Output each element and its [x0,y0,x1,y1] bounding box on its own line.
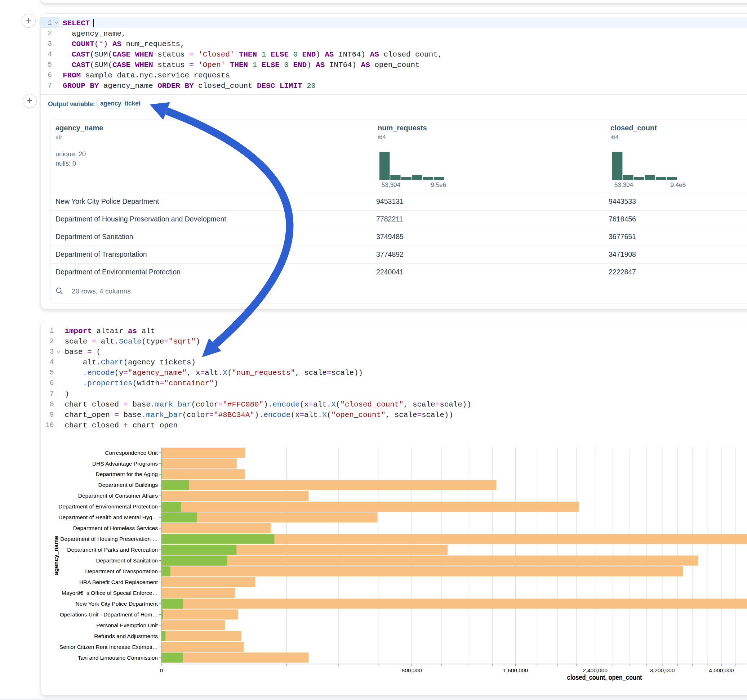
svg-text:0: 0 [160,667,163,673]
svg-text:4,000,000: 4,000,000 [709,667,734,673]
svg-text:Department of Sanitation: Department of Sanitation [96,557,157,564]
svg-text:Mayorâ€ s Office of Special E: Mayorâ€ s Office of Special Enforce… [62,590,158,596]
svg-text:1,600,000: 1,600,000 [503,667,528,673]
svg-text:Refunds and Adjustments: Refunds and Adjustments [94,633,158,639]
svg-text:Department of Transportation: Department of Transportation [85,568,158,574]
svg-text:closed_count, open_count: closed_count, open_count [567,673,642,681]
svg-text:Department of Consumer Affairs: Department of Consumer Affairs [78,493,158,499]
svg-text:agency_name: agency_name [53,536,59,575]
svg-text:Correspondence Unit: Correspondence Unit [105,450,158,456]
svg-text:Personal Exemption Unit: Personal Exemption Unit [96,622,158,628]
svg-text:2,400,000: 2,400,000 [583,667,608,673]
svg-text:Department of Health and Menta: Department of Health and Mental Hyg… [58,514,158,520]
svg-text:Taxi and Limousine Commission: Taxi and Limousine Commission [78,655,158,661]
svg-text:Senior Citizen Rent Increase E: Senior Citizen Rent Increase Exempti… [59,644,158,650]
svg-text:Department of Homeless Service: Department of Homeless Services [73,525,158,531]
svg-text:Operations Unit - Department o: Operations Unit - Department of Hom… [60,611,158,617]
svg-text:DHS Advantage Programs: DHS Advantage Programs [92,460,158,467]
svg-text:New York City Police Departmen: New York City Police Department [76,600,158,607]
svg-text:Department of Housing Preserva: Department of Housing Preservation … [60,536,158,542]
svg-text:800,000: 800,000 [402,667,422,673]
svg-text:HRA Benefit Card Replacement: HRA Benefit Card Replacement [79,579,158,585]
svg-text:3,200,000: 3,200,000 [650,667,674,673]
svg-text:Department for the Aging: Department for the Aging [96,471,158,477]
svg-text:Department of Environmental Pr: Department of Environmental Protection [58,504,158,510]
svg-text:Department of Parks and Recrea: Department of Parks and Recreation [67,547,158,553]
svg-text:Department of Buildings: Department of Buildings [98,482,158,488]
